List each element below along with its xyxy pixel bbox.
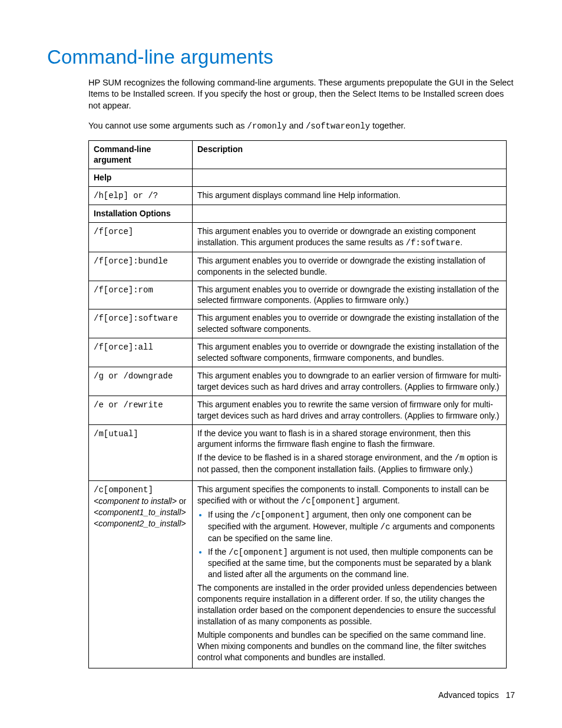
- desc-component-b1: If using the /c[omponent] argument, then…: [208, 509, 501, 544]
- section-label-install: Installation Options: [89, 205, 193, 223]
- table-row: /m[utual] If the device you want to flas…: [89, 424, 507, 481]
- b2-code: /c[omponent]: [229, 548, 288, 557]
- b1-pre: If using the: [208, 510, 250, 519]
- section-label-help: Help: [89, 169, 193, 187]
- desc-component: This argument specifies the components t…: [193, 481, 507, 668]
- arg-force-bundle: /f[orce]:bundle: [94, 256, 168, 266]
- arg-downgrade: /g or /downgrade: [94, 371, 173, 381]
- arg-component-code: /c[omponent]: [94, 485, 153, 495]
- arg-force: /f[orce]: [94, 227, 133, 236]
- desc-mutual-p1: If the device you want to flash is in a …: [197, 428, 501, 450]
- desc-component-p2: The components are installed in the orde…: [197, 582, 501, 627]
- desc-component-p1: This argument specifies the components t…: [197, 484, 501, 507]
- arg-component-l2b: or: [177, 496, 186, 506]
- desc-force-code: /f:software: [406, 238, 460, 248]
- desc-mutual-p2-code: /m: [455, 453, 465, 463]
- arg-component-l2a: <component to install>: [94, 496, 177, 506]
- arg-rewrite: /e or /rewrite: [94, 400, 163, 410]
- note-text-mid: and: [287, 121, 306, 130]
- header-argument: Command-line argument: [89, 140, 193, 169]
- table-row: /h[elp] or /? This argument displays com…: [89, 187, 507, 205]
- desc-help: This argument displays command line Help…: [193, 187, 507, 205]
- section-row-install: Installation Options: [89, 205, 507, 223]
- arg-mutual: /m[utual]: [94, 429, 138, 439]
- desc-force-rom: This argument enables you to override or…: [193, 281, 507, 309]
- desc-force-software: This argument enables you to override or…: [193, 309, 507, 338]
- section-row-help: Help: [89, 169, 507, 187]
- table-row: /f[orce]:software This argument enables …: [89, 309, 507, 338]
- desc-force-bundle: This argument enables you to override or…: [193, 252, 507, 281]
- desc-component-p1-post: argument.: [361, 496, 400, 505]
- note-paragraph: You cannot use some arguments such as /r…: [88, 120, 515, 132]
- table-row: /f[orce] This argument enables you to ov…: [89, 223, 507, 252]
- desc-force: This argument enables you to override or…: [193, 223, 507, 252]
- arg-component-l4: <component2_to_install>: [94, 518, 187, 529]
- table-header-row: Command-line argument Description: [89, 140, 507, 169]
- section-desc-empty: [193, 205, 507, 223]
- table-row: /g or /downgrade This argument enables y…: [89, 367, 507, 396]
- note-code-romonly: /romonly: [247, 121, 287, 131]
- b2-pre: If the: [208, 547, 229, 556]
- table-row: /f[orce]:bundle This argument enables yo…: [89, 252, 507, 281]
- desc-component-p1-code: /c[omponent]: [301, 496, 361, 506]
- arg-help: /h[elp] or /?: [94, 191, 158, 200]
- arg-component-l3: <component1_to_install>: [94, 507, 187, 518]
- b1-code: /c[omponent]: [250, 510, 310, 520]
- table-row: /e or /rewrite This argument enables you…: [89, 396, 507, 424]
- desc-force-all: This argument enables you to override or…: [193, 338, 507, 367]
- table-row: /f[orce]:rom This argument enables you t…: [89, 281, 507, 309]
- intro-paragraph: HP SUM recognizes the following command-…: [88, 77, 515, 112]
- arg-component-cell: /c[omponent] <component to install> or <…: [89, 481, 193, 668]
- desc-downgrade: This argument enables you to downgrade t…: [193, 367, 507, 396]
- arg-force-rom: /f[orce]:rom: [94, 285, 153, 295]
- desc-mutual-p2: If the device to be flashed is in a shar…: [197, 452, 501, 475]
- desc-force-post: .: [460, 238, 462, 247]
- arguments-table: Command-line argument Description Help /…: [88, 140, 507, 669]
- b1-code2: /c: [381, 522, 391, 532]
- header-description: Description: [193, 140, 507, 169]
- arg-force-software: /f[orce]:software: [94, 314, 178, 323]
- desc-rewrite: This argument enables you to rewrite the…: [193, 396, 507, 424]
- desc-mutual-p2-pre: If the device to be flashed is in a shar…: [197, 453, 455, 462]
- section-desc-empty: [193, 169, 507, 187]
- page-footer: Advanced topics 17: [438, 690, 515, 700]
- note-text-pre: You cannot use some arguments such as: [88, 121, 247, 130]
- arg-force-all: /f[orce]:all: [94, 342, 153, 352]
- desc-component-b2: If the /c[omponent] argument is not used…: [208, 546, 501, 581]
- desc-component-p3: Multiple components and bundles can be s…: [197, 630, 501, 663]
- footer-section: Advanced topics: [438, 690, 499, 700]
- note-code-softwareonly: /softwareonly: [306, 121, 370, 131]
- note-text-post: together.: [370, 121, 405, 130]
- table-row: /f[orce]:all This argument enables you t…: [89, 338, 507, 367]
- page-title: Command-line arguments: [47, 46, 515, 68]
- desc-mutual: If the device you want to flash is in a …: [193, 424, 507, 481]
- footer-page-number: 17: [505, 690, 515, 700]
- table-row: /c[omponent] <component to install> or <…: [89, 481, 507, 668]
- desc-component-bullets: If using the /c[omponent] argument, then…: [197, 509, 501, 580]
